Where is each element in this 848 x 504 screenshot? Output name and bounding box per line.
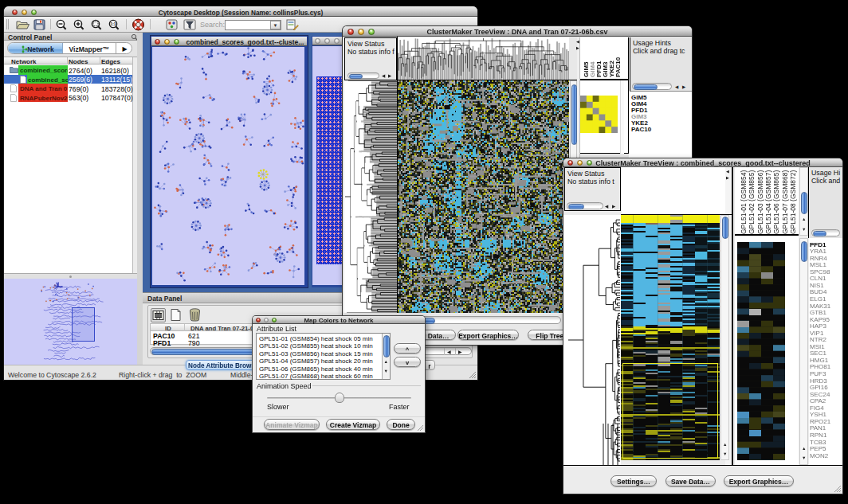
svg-text:1:1: 1:1 xyxy=(110,21,116,26)
